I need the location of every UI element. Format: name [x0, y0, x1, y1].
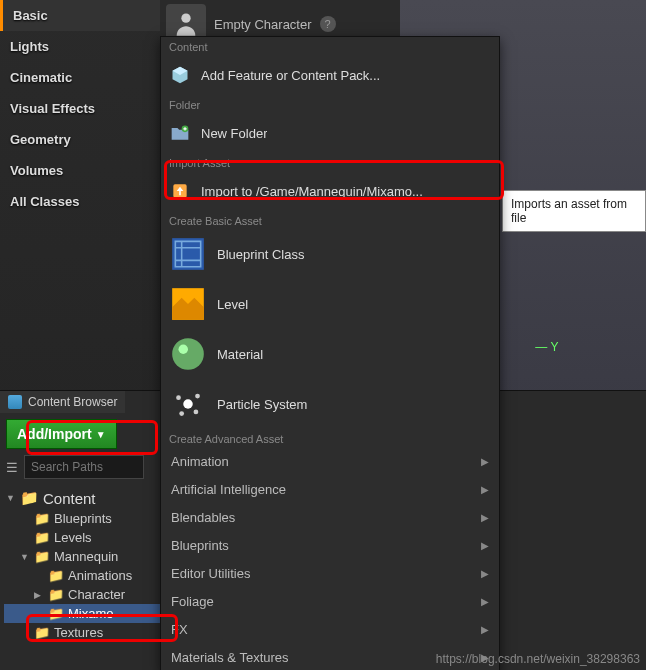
- blueprint-icon: [169, 235, 207, 273]
- menu-editor-utilities[interactable]: Editor Utilities▶: [161, 559, 499, 587]
- new-folder-icon: [169, 122, 191, 144]
- category-cinematic[interactable]: Cinematic: [0, 62, 160, 93]
- svg-point-11: [194, 410, 199, 415]
- section-content-label: Content: [161, 37, 499, 55]
- category-visual-effects[interactable]: Visual Effects: [0, 93, 160, 124]
- tree-item-animations[interactable]: 📁Animations: [4, 566, 176, 585]
- category-basic[interactable]: Basic: [0, 0, 160, 31]
- menu-label: Level: [217, 297, 248, 312]
- category-geometry[interactable]: Geometry: [0, 124, 160, 155]
- svg-point-10: [179, 411, 184, 416]
- menu-label: Materials & Textures: [171, 650, 289, 665]
- menu-ai[interactable]: Artificial Intelligence▶: [161, 475, 499, 503]
- chevron-down-icon: ▼: [96, 429, 106, 440]
- menu-blueprints-adv[interactable]: Blueprints▶: [161, 531, 499, 559]
- section-create-advanced-label: Create Advanced Asset: [161, 429, 499, 447]
- section-import-asset-label: Import Asset: [161, 153, 499, 171]
- category-list: Basic Lights Cinematic Visual Effects Ge…: [0, 0, 160, 217]
- particle-icon: [169, 385, 207, 423]
- menu-label: New Folder: [201, 126, 267, 141]
- menu-label: Blueprint Class: [217, 247, 304, 262]
- axis-y-label: — Y: [535, 340, 558, 354]
- menu-label: Foliage: [171, 594, 214, 609]
- chevron-right-icon: ▶: [481, 484, 489, 495]
- tree-root-content[interactable]: ▼📁Content: [4, 487, 176, 509]
- section-create-basic-label: Create Basic Asset: [161, 211, 499, 229]
- menu-label: Blendables: [171, 510, 235, 525]
- menu-label: Animation: [171, 454, 229, 469]
- content-browser-icon: [8, 395, 22, 409]
- tree-item-levels[interactable]: 📁Levels: [4, 528, 176, 547]
- tree-item-blueprints[interactable]: 📁Blueprints: [4, 509, 176, 528]
- svg-point-8: [176, 395, 181, 400]
- menu-particle-system[interactable]: Particle System: [161, 379, 499, 429]
- menu-label: Blueprints: [171, 538, 229, 553]
- menu-foliage[interactable]: Foliage▶: [161, 587, 499, 615]
- add-import-button[interactable]: Add/Import ▼: [6, 419, 117, 449]
- menu-label: Artificial Intelligence: [171, 482, 286, 497]
- category-all-classes[interactable]: All Classes: [0, 186, 160, 217]
- import-icon: [169, 180, 191, 202]
- menu-label: Add Feature or Content Pack...: [201, 68, 380, 83]
- svg-point-5: [172, 338, 204, 370]
- help-icon[interactable]: ?: [320, 16, 336, 32]
- menu-material[interactable]: Material: [161, 329, 499, 379]
- svg-point-6: [179, 345, 189, 355]
- chevron-right-icon: ▶: [481, 568, 489, 579]
- tree-item-mannequin[interactable]: ▼📁Mannequin: [4, 547, 176, 566]
- category-volumes[interactable]: Volumes: [0, 155, 160, 186]
- tab-label: Content Browser: [28, 395, 117, 409]
- button-label: Add/Import: [17, 426, 92, 442]
- chevron-right-icon: ▶: [481, 512, 489, 523]
- chevron-right-icon: ▶: [481, 624, 489, 635]
- menu-level[interactable]: Level: [161, 279, 499, 329]
- menu-label: Import to /Game/Mannequin/Mixamo...: [201, 184, 423, 199]
- tree-item-mixamo[interactable]: 📁Mixamo: [4, 604, 176, 623]
- menu-blueprint-class[interactable]: Blueprint Class: [161, 229, 499, 279]
- tree-item-textures[interactable]: 📁Textures: [4, 623, 176, 642]
- package-icon: [169, 64, 191, 86]
- context-menu: Content Add Feature or Content Pack... F…: [160, 36, 500, 670]
- menu-import-to[interactable]: Import to /Game/Mannequin/Mixamo...: [161, 171, 499, 211]
- menu-label: Editor Utilities: [171, 566, 250, 581]
- filter-icon[interactable]: ☰: [6, 460, 18, 475]
- menu-label: Particle System: [217, 397, 307, 412]
- category-lights[interactable]: Lights: [0, 31, 160, 62]
- chevron-right-icon: ▶: [481, 596, 489, 607]
- menu-fx[interactable]: FX▶: [161, 615, 499, 643]
- content-browser-tab[interactable]: Content Browser: [0, 391, 125, 413]
- section-folder-label: Folder: [161, 95, 499, 113]
- svg-point-9: [195, 394, 200, 399]
- chevron-right-icon: ▶: [481, 456, 489, 467]
- svg-rect-3: [172, 238, 204, 270]
- folder-tree: ▼📁Content 📁Blueprints 📁Levels ▼📁Mannequi…: [0, 483, 180, 646]
- material-icon: [169, 335, 207, 373]
- menu-new-folder[interactable]: New Folder: [161, 113, 499, 153]
- menu-label: Material: [217, 347, 263, 362]
- watermark: https://blog.csdn.net/weixin_38298363: [436, 652, 640, 666]
- menu-add-feature[interactable]: Add Feature or Content Pack...: [161, 55, 499, 95]
- tooltip-import: Imports an asset from file: [502, 190, 646, 232]
- chevron-right-icon: ▶: [481, 540, 489, 551]
- menu-blendables[interactable]: Blendables▶: [161, 503, 499, 531]
- level-icon: [169, 285, 207, 323]
- svg-point-7: [183, 399, 193, 409]
- menu-animation[interactable]: Animation▶: [161, 447, 499, 475]
- menu-label: FX: [171, 622, 188, 637]
- class-label: Empty Character: [214, 17, 312, 32]
- svg-point-0: [181, 14, 190, 23]
- tree-item-character[interactable]: ▶📁Character: [4, 585, 176, 604]
- search-paths-input[interactable]: [24, 455, 144, 479]
